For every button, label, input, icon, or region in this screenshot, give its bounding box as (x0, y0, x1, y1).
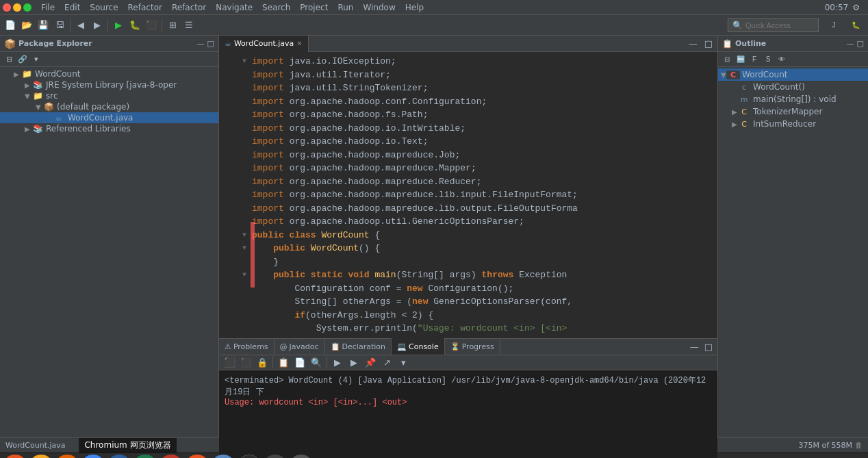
taskbar-firefox-button[interactable]: 🦊 (55, 455, 79, 459)
console-view-menu[interactable]: ▾ (396, 355, 411, 370)
editor-minimize-icon[interactable]: — (687, 38, 700, 49)
outline-hide-fields[interactable]: F (748, 53, 761, 66)
window-minimize-button[interactable] (13, 3, 21, 12)
new-button[interactable]: 📄 (3, 18, 18, 33)
line-number (219, 202, 240, 216)
link-editor-button[interactable]: 🔗 (16, 53, 29, 66)
panel-minimize-icon[interactable]: — (197, 39, 205, 48)
tree-item-src[interactable]: ▼ 📁 src (0, 90, 218, 101)
console-clear-button[interactable]: ⬛ (222, 355, 237, 370)
tree-item-default-pkg[interactable]: ▼ 📦 (default package) (0, 101, 218, 112)
menu-file[interactable]: File (37, 1, 59, 14)
code-editor[interactable]: ▼ import java.io.IOException; import jav… (219, 52, 717, 338)
forward-button[interactable]: ▶ (90, 18, 105, 33)
taskbar-store-button[interactable]: 🛍 (185, 455, 209, 459)
fold-icon[interactable]: ▼ (240, 55, 249, 68)
perspective-debug-button[interactable]: 🐛 (846, 18, 865, 33)
garbage-collect-icon[interactable]: 🗑 (855, 441, 863, 450)
console-stop-button[interactable]: ⬛ (238, 355, 253, 370)
taskbar-impress-button[interactable]: 📰 (159, 455, 183, 459)
console-paste-button[interactable]: 📄 (292, 355, 307, 370)
tab-javadoc[interactable]: @ Javadoc (275, 338, 325, 355)
menu-window[interactable]: Window (359, 1, 399, 14)
tree-item-wordcount-java[interactable]: ☕ WordCount.java (0, 112, 218, 123)
taskbar-files-button[interactable]: 📁 (29, 455, 53, 459)
open-button[interactable]: 📂 (19, 18, 34, 33)
line-content: import java.io.IOException; (249, 55, 396, 68)
tab-close-icon[interactable]: ✕ (296, 40, 302, 47)
menu-run[interactable]: Run (333, 1, 357, 14)
quick-access-area[interactable]: 🔍 (728, 18, 819, 32)
outline-minimize-icon[interactable]: — (847, 39, 854, 48)
save-button[interactable]: 💾 (36, 18, 51, 33)
menu-search[interactable]: Search (258, 1, 294, 14)
line-content: import org.apache.hadoop.fs.Path; (249, 108, 428, 122)
outline-hide-static[interactable]: S (762, 53, 774, 66)
tab-progress[interactable]: ⏳ Progress (445, 338, 500, 355)
line-number (219, 242, 240, 255)
line-number (219, 188, 240, 202)
menu-help[interactable]: Help (401, 1, 428, 14)
layout-button[interactable]: ☰ (181, 18, 196, 33)
outline-item-wordcount[interactable]: ▼ C WordCount (718, 68, 868, 81)
tree-item-jre[interactable]: ▶ 📚 JRE System Library [java-8-oper (0, 79, 218, 90)
console-panel-minimize[interactable]: — (688, 342, 701, 352)
fold-icon[interactable]: ▼ (240, 242, 249, 255)
perspective-button[interactable]: ⊞ (165, 18, 180, 33)
tab-declaration[interactable]: 📋 Declaration (325, 338, 392, 355)
view-menu-button[interactable]: ▾ (30, 53, 42, 66)
console-nav-out[interactable]: ▶ (346, 355, 361, 370)
menu-refactor2[interactable]: Refactor (168, 1, 210, 14)
outline-maximize-icon[interactable]: □ (857, 39, 864, 48)
tab-console[interactable]: 💻 Console (392, 338, 445, 355)
outline-item-main[interactable]: m main(String[]) : void (718, 93, 868, 105)
taskbar-writer-button[interactable]: 📝 (107, 455, 131, 459)
console-find-button[interactable]: 🔍 (309, 355, 324, 370)
quick-access-input[interactable] (745, 21, 814, 29)
editor-tab-wordcount[interactable]: ☕ WordCount.java ✕ (219, 36, 309, 52)
outline-toolbar: ⊟ 🔤 F S 👁 (718, 52, 868, 67)
menu-edit[interactable]: Edit (60, 1, 84, 14)
run-button[interactable]: ▶ (111, 18, 126, 33)
panel-maximize-icon[interactable]: □ (207, 39, 214, 48)
outline-hide-nonpub[interactable]: 👁 (776, 53, 788, 66)
outline-collapse[interactable]: ⊟ (721, 53, 733, 66)
line-content: import java.util.StringTokenizer; (249, 81, 428, 95)
outline-sort[interactable]: 🔤 (735, 53, 747, 66)
outline-item-reducer[interactable]: ▶ C IntSumReducer (718, 118, 868, 130)
console-scroll-lock[interactable]: 🔒 (255, 355, 270, 370)
save-all-button[interactable]: 🖫 (52, 18, 67, 33)
perspective-java-button[interactable]: J (824, 18, 843, 33)
menu-refactor1[interactable]: Refactor (124, 1, 166, 14)
menu-project[interactable]: Project (296, 1, 332, 14)
tab-problems[interactable]: ⚠ Problems (219, 338, 275, 355)
console-pin-button[interactable]: 📌 (363, 355, 378, 370)
outline-item-tokenizer[interactable]: ▶ C TokenizerMapper (718, 105, 868, 118)
fold-icon[interactable]: ▼ (240, 229, 249, 242)
code-line: ▼ import java.io.IOException; (219, 55, 717, 68)
console-nav-in[interactable]: ▶ (330, 355, 345, 370)
outline-tree: ▼ C WordCount c WordCount() m main(Strin… (718, 67, 868, 437)
console-copy-button[interactable]: 📋 (276, 355, 291, 370)
window-close-button[interactable] (3, 3, 11, 12)
window-maximize-button[interactable] (23, 3, 31, 12)
console-panel-maximize[interactable]: □ (702, 342, 715, 352)
fold-icon[interactable]: ▼ (240, 268, 249, 282)
taskbar-chromium-button[interactable]: 🔵 (81, 455, 105, 459)
editor-maximize-icon[interactable]: □ (702, 38, 715, 49)
stop-button[interactable]: ⬛ (144, 18, 159, 33)
fold-spacer (240, 122, 249, 136)
tree-item-ref-libs[interactable]: ▶ 📚 Referenced Libraries (0, 123, 218, 134)
tree-item-wordcount[interactable]: ▶ 📁 WordCount (0, 68, 218, 79)
console-open-button[interactable]: ↗ (379, 355, 394, 370)
taskbar-ubuntu-button[interactable]: 🐧 (3, 455, 27, 459)
back-button[interactable]: ◀ (73, 18, 88, 33)
taskbar-calc-button[interactable]: 📊 (133, 455, 157, 459)
menu-source[interactable]: Source (86, 1, 122, 14)
debug-button[interactable]: 🐛 (127, 18, 142, 33)
collapse-all-button[interactable]: ⊟ (3, 53, 15, 66)
outline-item-constructor[interactable]: c WordCount() (718, 81, 868, 93)
settings-icon[interactable]: ⚙ (852, 3, 860, 12)
fold-spacer (240, 309, 249, 322)
menu-navigate[interactable]: Navigate (212, 1, 257, 14)
